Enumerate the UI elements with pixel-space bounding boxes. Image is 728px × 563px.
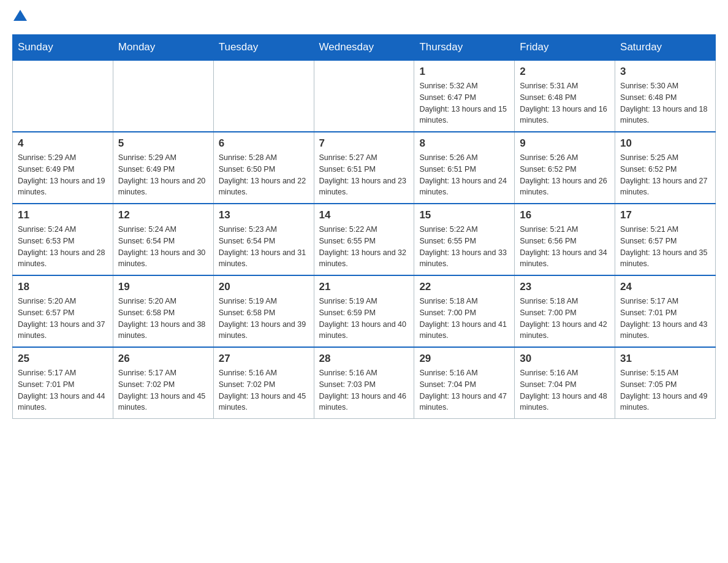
day-number: 7	[319, 137, 409, 150]
day-number: 13	[219, 209, 309, 221]
column-header-thursday: Thursday	[414, 35, 515, 61]
day-info: Sunrise: 5:29 AM Sunset: 6:49 PM Dayligh…	[118, 152, 208, 198]
day-number: 17	[620, 209, 710, 221]
day-info: Sunrise: 5:29 AM Sunset: 6:49 PM Dayligh…	[18, 152, 108, 198]
day-number: 1	[419, 66, 509, 78]
calendar-cell-0-6: 3Sunrise: 5:30 AM Sunset: 6:48 PM Daylig…	[615, 60, 716, 132]
calendar-cell-2-4: 15Sunrise: 5:22 AM Sunset: 6:55 PM Dayli…	[414, 204, 515, 275]
day-info: Sunrise: 5:18 AM Sunset: 7:00 PM Dayligh…	[520, 296, 610, 342]
column-header-saturday: Saturday	[615, 35, 716, 61]
calendar-cell-0-4: 1Sunrise: 5:32 AM Sunset: 6:47 PM Daylig…	[414, 60, 515, 132]
calendar-cell-1-2: 6Sunrise: 5:28 AM Sunset: 6:50 PM Daylig…	[213, 132, 314, 204]
day-info: Sunrise: 5:17 AM Sunset: 7:01 PM Dayligh…	[18, 367, 108, 413]
calendar-cell-2-2: 13Sunrise: 5:23 AM Sunset: 6:54 PM Dayli…	[213, 204, 314, 275]
day-info: Sunrise: 5:26 AM Sunset: 6:51 PM Dayligh…	[419, 152, 509, 198]
day-info: Sunrise: 5:20 AM Sunset: 6:57 PM Dayligh…	[18, 296, 108, 342]
calendar-cell-2-6: 17Sunrise: 5:21 AM Sunset: 6:57 PM Dayli…	[615, 204, 716, 275]
day-number: 28	[319, 353, 409, 365]
day-number: 31	[620, 353, 710, 365]
day-info: Sunrise: 5:16 AM Sunset: 7:04 PM Dayligh…	[520, 367, 610, 413]
calendar-cell-4-6: 31Sunrise: 5:15 AM Sunset: 7:05 PM Dayli…	[615, 347, 716, 419]
calendar-cell-2-0: 11Sunrise: 5:24 AM Sunset: 6:53 PM Dayli…	[13, 204, 113, 275]
day-number: 19	[118, 281, 208, 293]
day-number: 11	[18, 209, 108, 221]
day-number: 26	[118, 353, 208, 365]
calendar-cell-1-0: 4Sunrise: 5:29 AM Sunset: 6:49 PM Daylig…	[13, 132, 113, 204]
calendar-cell-4-0: 25Sunrise: 5:17 AM Sunset: 7:01 PM Dayli…	[13, 347, 113, 419]
calendar-cell-1-6: 10Sunrise: 5:25 AM Sunset: 6:52 PM Dayli…	[615, 132, 716, 204]
day-number: 10	[620, 137, 710, 150]
calendar-cell-3-6: 24Sunrise: 5:17 AM Sunset: 7:01 PM Dayli…	[615, 275, 716, 347]
week-row-3: 11Sunrise: 5:24 AM Sunset: 6:53 PM Dayli…	[13, 204, 716, 275]
day-info: Sunrise: 5:16 AM Sunset: 7:02 PM Dayligh…	[219, 367, 309, 413]
day-number: 30	[520, 353, 610, 365]
day-info: Sunrise: 5:23 AM Sunset: 6:54 PM Dayligh…	[219, 224, 309, 270]
day-info: Sunrise: 5:19 AM Sunset: 6:58 PM Dayligh…	[219, 296, 309, 342]
day-info: Sunrise: 5:17 AM Sunset: 7:01 PM Dayligh…	[620, 296, 710, 342]
day-number: 2	[520, 66, 610, 78]
calendar-cell-4-4: 29Sunrise: 5:16 AM Sunset: 7:04 PM Dayli…	[414, 347, 515, 419]
calendar-header-row: SundayMondayTuesdayWednesdayThursdayFrid…	[13, 35, 716, 61]
column-header-sunday: Sunday	[13, 35, 113, 61]
day-info: Sunrise: 5:19 AM Sunset: 6:59 PM Dayligh…	[319, 296, 409, 342]
day-info: Sunrise: 5:24 AM Sunset: 6:54 PM Dayligh…	[118, 224, 208, 270]
calendar-cell-0-5: 2Sunrise: 5:31 AM Sunset: 6:48 PM Daylig…	[515, 60, 615, 132]
calendar-cell-3-5: 23Sunrise: 5:18 AM Sunset: 7:00 PM Dayli…	[515, 275, 615, 347]
calendar-cell-3-4: 22Sunrise: 5:18 AM Sunset: 7:00 PM Dayli…	[414, 275, 515, 347]
day-number: 12	[118, 209, 208, 221]
day-number: 6	[219, 137, 309, 150]
day-info: Sunrise: 5:27 AM Sunset: 6:51 PM Dayligh…	[319, 152, 409, 198]
day-number: 3	[620, 66, 710, 78]
day-number: 27	[219, 353, 309, 365]
calendar-cell-1-5: 9Sunrise: 5:26 AM Sunset: 6:52 PM Daylig…	[515, 132, 615, 204]
day-number: 5	[118, 137, 208, 150]
day-number: 14	[319, 209, 409, 221]
day-number: 25	[18, 353, 108, 365]
day-number: 22	[419, 281, 509, 293]
column-header-friday: Friday	[515, 35, 615, 61]
day-info: Sunrise: 5:20 AM Sunset: 6:58 PM Dayligh…	[118, 296, 208, 342]
day-info: Sunrise: 5:28 AM Sunset: 6:50 PM Dayligh…	[219, 152, 309, 198]
logo	[12, 12, 27, 23]
week-row-5: 25Sunrise: 5:17 AM Sunset: 7:01 PM Dayli…	[13, 347, 716, 419]
day-number: 21	[319, 281, 409, 293]
calendar-cell-0-0	[13, 60, 113, 132]
day-number: 8	[419, 137, 509, 150]
day-number: 18	[18, 281, 108, 293]
calendar-cell-3-3: 21Sunrise: 5:19 AM Sunset: 6:59 PM Dayli…	[314, 275, 414, 347]
column-header-wednesday: Wednesday	[314, 35, 414, 61]
day-info: Sunrise: 5:21 AM Sunset: 6:56 PM Dayligh…	[520, 224, 610, 270]
calendar-cell-4-5: 30Sunrise: 5:16 AM Sunset: 7:04 PM Dayli…	[515, 347, 615, 419]
day-info: Sunrise: 5:22 AM Sunset: 6:55 PM Dayligh…	[319, 224, 409, 270]
week-row-4: 18Sunrise: 5:20 AM Sunset: 6:57 PM Dayli…	[13, 275, 716, 347]
column-header-tuesday: Tuesday	[213, 35, 314, 61]
calendar-cell-4-3: 28Sunrise: 5:16 AM Sunset: 7:03 PM Dayli…	[314, 347, 414, 419]
calendar-cell-2-5: 16Sunrise: 5:21 AM Sunset: 6:56 PM Dayli…	[515, 204, 615, 275]
calendar-cell-3-2: 20Sunrise: 5:19 AM Sunset: 6:58 PM Dayli…	[213, 275, 314, 347]
day-info: Sunrise: 5:24 AM Sunset: 6:53 PM Dayligh…	[18, 224, 108, 270]
calendar-cell-4-1: 26Sunrise: 5:17 AM Sunset: 7:02 PM Dayli…	[113, 347, 213, 419]
day-number: 9	[520, 137, 610, 150]
day-info: Sunrise: 5:16 AM Sunset: 7:04 PM Dayligh…	[419, 367, 509, 413]
page-header	[12, 12, 716, 23]
day-info: Sunrise: 5:17 AM Sunset: 7:02 PM Dayligh…	[118, 367, 208, 413]
calendar-cell-4-2: 27Sunrise: 5:16 AM Sunset: 7:02 PM Dayli…	[213, 347, 314, 419]
calendar-cell-0-3	[314, 60, 414, 132]
calendar-cell-2-3: 14Sunrise: 5:22 AM Sunset: 6:55 PM Dayli…	[314, 204, 414, 275]
calendar-cell-0-1	[113, 60, 213, 132]
calendar-cell-3-1: 19Sunrise: 5:20 AM Sunset: 6:58 PM Dayli…	[113, 275, 213, 347]
column-header-monday: Monday	[113, 35, 213, 61]
day-info: Sunrise: 5:18 AM Sunset: 7:00 PM Dayligh…	[419, 296, 509, 342]
day-info: Sunrise: 5:22 AM Sunset: 6:55 PM Dayligh…	[419, 224, 509, 270]
day-number: 24	[620, 281, 710, 293]
day-info: Sunrise: 5:32 AM Sunset: 6:47 PM Dayligh…	[419, 80, 509, 126]
day-info: Sunrise: 5:15 AM Sunset: 7:05 PM Dayligh…	[620, 367, 710, 413]
day-info: Sunrise: 5:21 AM Sunset: 6:57 PM Dayligh…	[620, 224, 710, 270]
calendar-cell-1-3: 7Sunrise: 5:27 AM Sunset: 6:51 PM Daylig…	[314, 132, 414, 204]
day-number: 23	[520, 281, 610, 293]
calendar-table: SundayMondayTuesdayWednesdayThursdayFrid…	[12, 34, 716, 419]
calendar-cell-1-4: 8Sunrise: 5:26 AM Sunset: 6:51 PM Daylig…	[414, 132, 515, 204]
logo-triangle-icon	[13, 10, 27, 23]
day-info: Sunrise: 5:25 AM Sunset: 6:52 PM Dayligh…	[620, 152, 710, 198]
week-row-2: 4Sunrise: 5:29 AM Sunset: 6:49 PM Daylig…	[13, 132, 716, 204]
